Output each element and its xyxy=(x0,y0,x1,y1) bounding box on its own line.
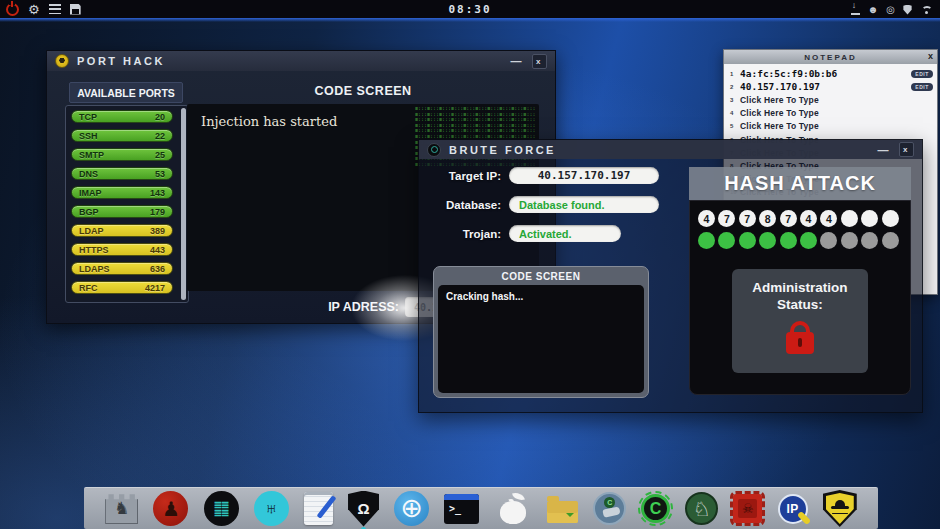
port-pill-ldaps[interactable]: LDAPS636 xyxy=(71,262,173,275)
field-value: 40.157.170.197 xyxy=(509,167,659,184)
apple-app-icon[interactable] xyxy=(495,490,532,527)
desktop: ⚙ 08:30 ☻ ◎ NOTEPAD x 14a:fc:5c:f9:0b:b6… xyxy=(0,0,940,529)
files-app-icon[interactable] xyxy=(547,501,578,523)
trojan-app-icon[interactable] xyxy=(685,492,718,525)
signal-app-icon[interactable] xyxy=(254,491,289,526)
port-pill-tcp[interactable]: TCP20 xyxy=(71,110,173,123)
admin-status-box: Administration Status: xyxy=(732,269,868,373)
brute-force-window: BRUTE FORCE — x Target IP:40.157.170.197… xyxy=(418,139,923,413)
shield-icon[interactable] xyxy=(903,5,912,15)
field-label: Trojan: xyxy=(341,228,501,240)
port-hack-app-icon xyxy=(55,54,69,68)
port-pill-ldap[interactable]: LDAP389 xyxy=(71,224,173,237)
brute-force-title-bar[interactable]: BRUTE FORCE — x xyxy=(419,140,922,159)
hash-progress-dot xyxy=(759,232,776,249)
brute-force-code-panel: CODE SCREEN Cracking hash... xyxy=(433,266,649,398)
hash-attack-panel: HASH ATTACK 4778744 Administration Statu… xyxy=(689,167,911,395)
coin-hand-app-icon[interactable] xyxy=(593,492,626,525)
hash-digit: 4 xyxy=(800,210,817,227)
brute-force-title: BRUTE FORCE xyxy=(449,144,556,156)
port-pill-rfc[interactable]: RFC4217 xyxy=(71,281,173,294)
code-screen: Cracking hash... xyxy=(438,285,644,393)
notepad-row[interactable]: 4Click Here To Type xyxy=(730,107,933,120)
hash-progress-dot xyxy=(841,232,858,249)
hash-digits-row: 4778744 xyxy=(698,210,899,227)
notepad-row[interactable]: 14a:fc:5c:f9:0b:b6EDIT xyxy=(730,67,933,80)
crypto-app-icon[interactable] xyxy=(641,494,670,523)
edit-button[interactable]: EDIT xyxy=(911,70,933,78)
hash-attack-title: HASH ATTACK xyxy=(689,167,911,200)
hash-attack-body: 4778744 Administration Status: xyxy=(689,200,911,395)
locked-padlock-icon xyxy=(786,332,814,354)
admin-status-label: Administration Status: xyxy=(752,280,847,312)
field-label: Database: xyxy=(341,199,501,211)
code-screen-label: CODE SCREEN xyxy=(436,269,646,284)
hash-progress-dot xyxy=(698,232,715,249)
port-pill-bgp[interactable]: BGP179 xyxy=(71,205,173,218)
port-pill-https[interactable]: HTTPS443 xyxy=(71,243,173,256)
hash-digit xyxy=(841,210,858,227)
port-pill-smtp[interactable]: SMTP25 xyxy=(71,148,173,161)
red-figure-app-icon[interactable] xyxy=(153,491,188,526)
ports-scrollbar[interactable] xyxy=(181,108,186,300)
port-hack-minimize-button[interactable]: — xyxy=(511,55,525,67)
hash-progress-dot xyxy=(820,232,837,249)
notepad-row[interactable]: 5Click Here To Type xyxy=(730,120,933,133)
hash-digit: 4 xyxy=(820,210,837,227)
terminal-app-icon[interactable] xyxy=(444,494,479,524)
castle-app-icon[interactable] xyxy=(105,493,138,524)
hacker-shield-app-icon[interactable] xyxy=(823,490,857,527)
hash-progress-dot xyxy=(780,232,797,249)
port-pill-ssh[interactable]: SSH22 xyxy=(71,129,173,142)
port-hack-title: PORT HACK xyxy=(77,55,165,67)
brute-force-close-button[interactable]: x xyxy=(899,142,914,157)
hash-progress-dot xyxy=(718,232,735,249)
ip-lookup-app-icon[interactable] xyxy=(778,494,808,524)
port-hack-title-bar[interactable]: PORT HACK — x xyxy=(47,51,555,71)
browser-app-icon[interactable] xyxy=(394,491,429,526)
port-pill-dns[interactable]: DNS53 xyxy=(71,167,173,180)
download-icon[interactable] xyxy=(851,4,860,15)
brute-force-app-icon xyxy=(427,143,441,157)
field-value: Database found. xyxy=(509,196,659,213)
edit-button[interactable]: EDIT xyxy=(911,83,933,91)
field-value: Activated. xyxy=(509,225,621,242)
owl-shield-app-icon[interactable] xyxy=(348,491,379,527)
hash-digit: 7 xyxy=(718,210,735,227)
code-screen-label: CODE SCREEN xyxy=(187,84,539,98)
hash-digit: 8 xyxy=(759,210,776,227)
port-hack-close-button[interactable]: x xyxy=(532,54,547,69)
brute-force-minimize-button[interactable]: — xyxy=(878,144,892,156)
notepad-row[interactable]: 3Click Here To Type xyxy=(730,93,933,106)
user-icon[interactable]: ☻ xyxy=(868,5,879,15)
hash-digit: 7 xyxy=(739,210,756,227)
clock: 08:30 xyxy=(0,3,940,16)
notepad-close-button[interactable]: x xyxy=(928,51,933,61)
hash-digit xyxy=(882,210,899,227)
hash-digit: 7 xyxy=(780,210,797,227)
ports-list: TCP20SSH22SMTP25DNS53IMAP143BGP179LDAP38… xyxy=(65,105,189,303)
hash-progress-dot xyxy=(739,232,756,249)
hash-progress-dot xyxy=(861,232,878,249)
system-top-bar: ⚙ 08:30 ☻ ◎ xyxy=(0,0,940,18)
notepad-title-bar[interactable]: NOTEPAD x xyxy=(724,50,937,64)
hash-digit: 4 xyxy=(698,210,715,227)
wifi-icon[interactable] xyxy=(920,5,932,15)
status-circle-icon[interactable]: ◎ xyxy=(886,5,895,15)
field-label: Target IP: xyxy=(341,170,501,182)
ip-address-label: IP ADRESS: xyxy=(328,300,399,314)
notes-app-icon[interactable] xyxy=(304,492,333,525)
dock xyxy=(84,487,878,529)
hash-progress-dot xyxy=(882,232,899,249)
malware-chip-app-icon[interactable] xyxy=(733,494,762,523)
notepad-row[interactable]: 240.157.170.197EDIT xyxy=(730,80,933,93)
kanji-app-icon[interactable] xyxy=(204,491,239,526)
hash-progress-dot xyxy=(800,232,817,249)
wallpaper-highlight xyxy=(0,18,940,22)
code-screen-text: Injection has started xyxy=(201,114,337,129)
port-pill-imap[interactable]: IMAP143 xyxy=(71,186,173,199)
brute-force-fields: Target IP:40.157.170.197Database:Databas… xyxy=(419,164,719,251)
notepad-title: NOTEPAD xyxy=(724,53,937,62)
hash-digit xyxy=(861,210,878,227)
hash-progress-row xyxy=(698,232,899,249)
